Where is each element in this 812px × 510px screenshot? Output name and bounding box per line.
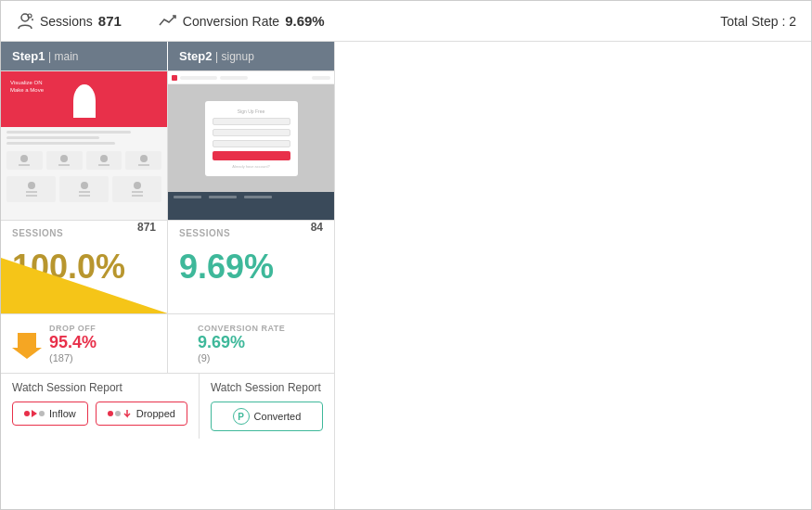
conversion-rate-label: Conversion Rate [183, 14, 279, 29]
conversion-rate-info: Conversion Rate 9.69% [159, 12, 325, 31]
sessions-icon [16, 12, 34, 31]
sessions-label: Sessions [40, 14, 93, 29]
dot-red-2 [108, 411, 113, 416]
step2-screenshot: Sign Up Free Already have account? [168, 71, 334, 220]
step2-header: Step2 | signup [168, 42, 334, 70]
inflow-icon [24, 410, 45, 417]
header: Sessions 871 Conversion Rate 9.69% Total… [1, 1, 811, 42]
yellow-triangle [1, 258, 168, 313]
converted-icon: P [233, 408, 250, 425]
step1-header: Step1 | main [1, 42, 168, 70]
stat-box-2: SESSIONS 84 9.69% [168, 221, 334, 313]
conversion-info: CONVERSION RATE 9.69% (9) [179, 324, 285, 363]
dot-gray [39, 411, 45, 416]
sessions-value: 871 [98, 13, 122, 29]
dot-gray-2 [115, 411, 121, 416]
conversion-rate-icon [159, 12, 177, 31]
dropoff-row: DROP OFF 95.4% (187) CONVERSION RATE 9.6… [1, 313, 334, 373]
svg-marker-2 [12, 333, 42, 359]
dot-red [24, 411, 30, 416]
total-step: Total Step : 2 [720, 14, 796, 29]
stat-box-1: SESSIONS 871 100.0% [1, 221, 168, 313]
stat2-percent: 9.69% [179, 248, 323, 287]
drop-arrow-icon [122, 409, 132, 418]
watch-buttons-2: P Converted [211, 402, 323, 431]
inflow-button[interactable]: Inflow [12, 402, 88, 426]
watch-buttons-1: Inflow Dropped [12, 402, 187, 426]
arrow-right-icon [32, 410, 37, 417]
dropped-icon [108, 409, 132, 418]
body: Step1 | main Step2 | signup Visualize ON… [1, 42, 811, 509]
dropped-button[interactable]: Dropped [96, 402, 187, 426]
step1-screenshot: Visualize ONMake a Move [1, 71, 168, 220]
screenshots-row: Visualize ONMake a Move [1, 71, 334, 221]
funnel-panel: Step1 | main Step2 | signup Visualize ON… [1, 42, 335, 509]
conversion-rate-value: 9.69% [285, 13, 325, 29]
watch-box-2: Watch Session Report P Converted [200, 374, 334, 439]
watch-box-1: Watch Session Report Inflow [1, 374, 200, 439]
dropoff-info: DROP OFF 95.4% (187) [49, 324, 97, 363]
steps-row: Step1 | main Step2 | signup [1, 42, 334, 71]
watch-row: Watch Session Report Inflow [1, 373, 334, 439]
converted-button[interactable]: P Converted [211, 402, 323, 431]
stats-row: SESSIONS 871 100.0% SESSIONS 84 9.69% [1, 221, 334, 313]
conversion-box: CONVERSION RATE 9.69% (9) [168, 314, 334, 373]
dropoff-box: DROP OFF 95.4% (187) [1, 314, 168, 373]
dropoff-arrow-icon [12, 329, 42, 359]
sessions-info: Sessions 871 [16, 12, 122, 31]
right-panel [335, 42, 811, 509]
